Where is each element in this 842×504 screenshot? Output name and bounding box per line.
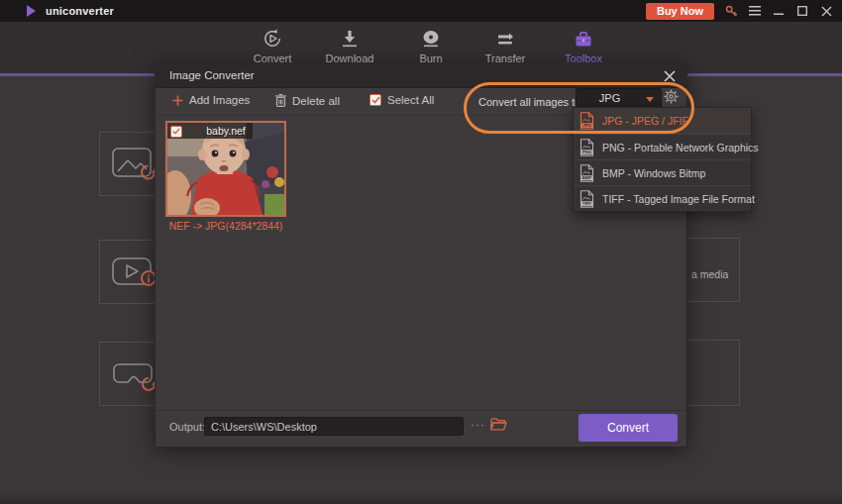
card-caption: a media [691, 268, 728, 280]
footer-shade [0, 491, 842, 504]
plus-icon [172, 95, 183, 106]
output-separator [156, 410, 686, 411]
svg-text:BMP: BMP [582, 175, 592, 180]
open-folder-icon[interactable] [490, 417, 507, 431]
svg-text:JPG: JPG [582, 123, 590, 128]
jpg-file-icon: JPG [579, 112, 594, 130]
register-key-icon[interactable] [724, 4, 738, 18]
format-option-tiff[interactable]: TIFF TIFF - Tagged Image File Format [574, 185, 751, 211]
format-select[interactable]: JPG [576, 88, 662, 108]
add-images-label: Add Images [189, 94, 250, 106]
app-logo-icon [27, 5, 36, 17]
titlebar: uniconverter Buy Now [0, 0, 842, 22]
format-option-jpg[interactable]: JPG JPG - JPEG / JFIF [574, 108, 751, 134]
format-option-label: BMP - Windows Bitmp [602, 167, 705, 179]
tab-burn[interactable]: Burn [399, 28, 463, 64]
tiff-file-icon: TIFF [579, 190, 594, 208]
vr-converter-icon [111, 354, 158, 394]
app-window: a media Convert Download [0, 0, 842, 504]
output-label: Output: [169, 421, 205, 433]
select-all-checkbox[interactable]: Select All [369, 94, 434, 106]
convert-to-label: Convert all images to: [478, 96, 583, 108]
buy-now-button[interactable]: Buy Now [646, 3, 714, 20]
app-title: uniconverter [46, 5, 114, 17]
tab-transfer[interactable]: Transfer [474, 28, 537, 64]
dialog-close-icon[interactable] [662, 68, 677, 83]
burn-icon [420, 28, 442, 50]
tab-toolbox[interactable]: Toolbox [552, 28, 615, 64]
settings-gear-icon[interactable] [664, 89, 679, 104]
maximize-icon[interactable] [795, 4, 809, 18]
dialog-title: Image Converter [169, 69, 255, 81]
toolbox-icon [573, 28, 594, 50]
format-option-bmp[interactable]: BMP BMP - Windows Bitmp [574, 159, 751, 185]
image-converter-icon [111, 145, 158, 184]
tab-download[interactable]: Download [318, 28, 381, 64]
delete-all-button[interactable]: Delete all [275, 94, 340, 107]
trash-icon [275, 94, 286, 107]
svg-text:PNG: PNG [582, 150, 591, 154]
select-all-label: Select All [387, 94, 434, 106]
chevron-down-icon [646, 97, 654, 102]
image-thumbnail[interactable]: baby.nef [165, 121, 286, 217]
close-window-icon[interactable] [819, 4, 833, 18]
checkbox-checked-icon [369, 94, 381, 106]
format-option-label: PNG - Portable Network Graphics [602, 142, 759, 153]
dialog-header: Image Converter [156, 63, 686, 88]
transfer-icon [494, 28, 516, 50]
bmp-file-icon: BMP [579, 164, 594, 182]
thumbnail-conversion-info: NEF -> JPG(4284*2844) [156, 220, 296, 232]
format-dropdown-list: JPG JPG - JPEG / JFIF PNG PNG - Portable… [573, 107, 752, 212]
delete-all-label: Delete all [292, 95, 340, 107]
format-select-value: JPG [577, 92, 643, 104]
menu-icon[interactable] [748, 4, 762, 18]
format-option-label: JPG - JPEG / JFIF [602, 115, 688, 127]
tab-convert[interactable]: Convert [241, 28, 304, 64]
thumbnail-filename: baby.nef [167, 125, 284, 137]
format-option-label: TIFF - Tagged Image File Format [602, 193, 755, 205]
minimize-icon[interactable] [772, 4, 786, 18]
convert-button[interactable]: Convert [579, 414, 678, 442]
svg-text:TIFF: TIFF [582, 201, 591, 206]
png-file-icon: PNG [579, 139, 594, 156]
output-path-input[interactable] [204, 417, 464, 436]
format-option-png[interactable]: PNG PNG - Portable Network Graphics [574, 134, 751, 159]
browse-more-button[interactable]: ··· [471, 418, 485, 432]
video-info-icon [111, 252, 158, 292]
download-icon [339, 28, 361, 50]
add-images-button[interactable]: Add Images [172, 94, 250, 106]
convert-icon [262, 28, 283, 50]
